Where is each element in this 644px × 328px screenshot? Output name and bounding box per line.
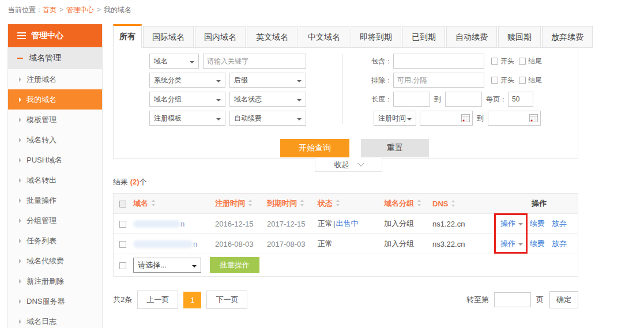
length-min-input[interactable] [393, 92, 430, 107]
tab-expired[interactable]: 已到期 [402, 26, 445, 48]
tab-english-domains[interactable]: 英文域名 [247, 26, 297, 48]
sidebar-item-template-management[interactable]: 模板管理 [8, 110, 102, 130]
contains-input[interactable] [393, 54, 484, 69]
confirm-button[interactable]: 确定 [549, 291, 578, 308]
sidebar-item-new-registration-delete[interactable]: 新注册删除 [8, 271, 102, 291]
exclude-ends-checkbox[interactable] [519, 76, 528, 84]
sidebar-item-push-domain[interactable]: PUSH域名 [8, 150, 102, 170]
goto-page-input[interactable] [494, 292, 531, 307]
sidebar-section-domain-management[interactable]: 域名管理 [8, 47, 102, 69]
abandon-link[interactable]: 放弃 [552, 218, 567, 229]
sidebar-item-batch-operations[interactable]: 批量操作 [8, 190, 102, 210]
sidebar-item-my-domains[interactable]: 我的域名 [8, 89, 102, 110]
search-button[interactable]: 开始查询 [280, 139, 349, 157]
column-header-dns[interactable]: DNS [432, 199, 496, 208]
domain-cell-redacted[interactable]: n [133, 240, 215, 248]
dns-value: ns3.22.cn [432, 240, 496, 248]
checkbox-icon[interactable] [491, 77, 498, 84]
triangle-icon [19, 158, 21, 163]
tab-abandon-renewal[interactable]: 放弃续费 [542, 26, 593, 48]
sidebar-item-dns-server[interactable]: DNS服务器 [8, 291, 102, 311]
triangle-icon [19, 118, 21, 122]
auto-renew-select[interactable]: 自动续费 [229, 111, 306, 126]
checkbox-icon[interactable] [519, 58, 526, 65]
column-header-group[interactable]: 域名分组 [384, 198, 432, 209]
sidebar-header[interactable]: 管理中心 [8, 24, 102, 47]
suffix-select[interactable]: 后缀 [229, 73, 306, 88]
reset-button[interactable]: 重置 [361, 139, 429, 157]
prev-page-button[interactable]: 上一页 [137, 291, 178, 309]
sidebar-item-label: 域名日志 [27, 316, 57, 327]
batch-operation-button[interactable]: 批量操作 [210, 257, 259, 273]
breadcrumb-label: 当前位置： [8, 6, 43, 14]
sort-arrows-icon[interactable] [450, 200, 455, 207]
join-group-link[interactable]: 加入分组 [384, 239, 432, 249]
column-header-domain[interactable]: 域名 [133, 198, 215, 209]
breadcrumb-link-center[interactable]: 管理中心 [66, 6, 94, 14]
tab-international-domains[interactable]: 国际域名 [143, 26, 194, 48]
join-group-link[interactable]: 加入分组 [384, 218, 432, 229]
keyword-input[interactable] [203, 54, 306, 69]
tab-domestic-domains[interactable]: 国内域名 [195, 26, 246, 48]
per-page-input[interactable] [508, 92, 533, 107]
triangle-icon [19, 198, 21, 203]
column-header-expiry-date[interactable]: 到期时间 [267, 198, 318, 209]
for-sale-link[interactable]: 出售中 [336, 219, 358, 228]
registration-template-select[interactable]: 注册模板 [149, 111, 225, 126]
sidebar-item-label: 批量操作 [27, 195, 57, 206]
sidebar-item-domain-log[interactable]: 域名日志 [8, 311, 102, 328]
contains-starts-checkbox[interactable] [491, 57, 500, 65]
domain-status-select[interactable]: 域名状态 [229, 92, 306, 107]
time-field-select[interactable]: 注册时间 [374, 111, 416, 126]
tab-expiring-soon[interactable]: 即将到期 [351, 26, 401, 48]
batch-checkbox[interactable] [119, 262, 126, 269]
sidebar-item-domain-transfer-in[interactable]: 域名转入 [8, 130, 102, 150]
status-text: 正常 [318, 219, 333, 228]
tab-all[interactable]: 所有 [113, 24, 142, 48]
chevron-down-icon [216, 118, 221, 123]
date-to-field[interactable] [488, 111, 541, 126]
date-from-field[interactable] [420, 111, 473, 126]
abandon-link[interactable]: 放弃 [552, 239, 567, 249]
domain-group-select[interactable]: 域名分组 [149, 92, 225, 107]
tab-redemption-period[interactable]: 赎回期 [498, 26, 541, 48]
to-label: 到 [434, 95, 441, 104]
calendar-icon[interactable] [461, 114, 470, 122]
column-header-status[interactable]: 状态 [318, 198, 384, 209]
exclude-input[interactable] [393, 73, 484, 88]
sidebar-item-domain-transfer-out[interactable]: 域名转出 [8, 170, 102, 190]
action-dropdown[interactable]: 操作 [500, 239, 515, 249]
tab-chinese-domains[interactable]: 中文域名 [299, 26, 349, 48]
sort-arrows-icon[interactable] [335, 199, 340, 206]
sidebar-item-task-list[interactable]: 任务列表 [8, 231, 102, 251]
contains-ends-checkbox[interactable] [519, 57, 528, 65]
sidebar-item-group-management[interactable]: 分组管理 [8, 210, 102, 231]
column-header-registration-date[interactable]: 注册时间 [215, 198, 267, 209]
sort-arrows-icon[interactable] [150, 199, 156, 206]
checkbox-icon[interactable] [519, 77, 526, 84]
renew-link[interactable]: 续费 [530, 239, 545, 249]
tab-auto-renew[interactable]: 自动续费 [446, 26, 497, 48]
domain-cell-redacted[interactable]: n [133, 220, 215, 228]
search-field-select[interactable]: 域名 [149, 54, 199, 69]
calendar-icon[interactable] [529, 114, 538, 122]
renew-link[interactable]: 续费 [530, 218, 545, 229]
breadcrumb-link-home[interactable]: 首页 [43, 6, 57, 14]
row-checkbox[interactable] [119, 241, 126, 248]
sidebar-item-domain-renewal-agent[interactable]: 域名代续费 [8, 251, 102, 271]
select-all-checkbox[interactable] [119, 201, 126, 208]
collapse-panel-toggle[interactable]: 收起 [315, 158, 382, 172]
length-max-input[interactable] [445, 92, 482, 107]
checkbox-icon[interactable] [491, 58, 498, 65]
sort-arrows-icon[interactable] [247, 199, 253, 206]
sort-arrows-icon[interactable] [416, 199, 421, 206]
sort-arrows-icon[interactable] [299, 199, 304, 206]
sidebar-item-register-domain[interactable]: 注册域名 [8, 69, 102, 89]
current-page-indicator[interactable]: 1 [183, 292, 201, 308]
batch-operation-select[interactable]: 请选择... [133, 258, 201, 273]
exclude-starts-checkbox[interactable] [491, 76, 500, 84]
row-checkbox[interactable] [119, 221, 126, 228]
action-dropdown[interactable]: 操作 [500, 218, 515, 229]
next-page-button[interactable]: 下一页 [206, 291, 247, 309]
system-category-select[interactable]: 系统分类 [149, 73, 225, 88]
